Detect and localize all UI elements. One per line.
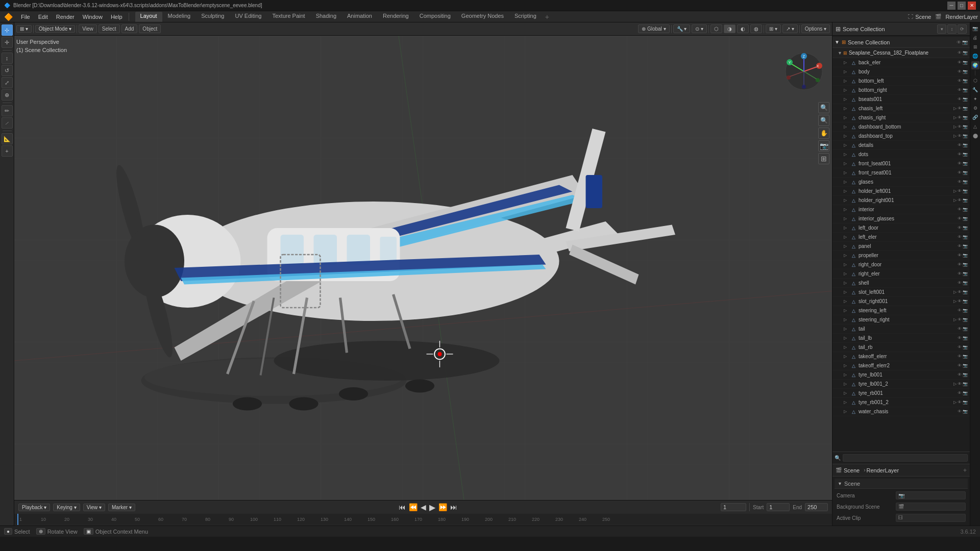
play-button[interactable]: ▶: [429, 503, 435, 512]
add-object-button[interactable]: +: [2, 145, 13, 157]
item-visibility-icon[interactable]: 👁: [958, 180, 962, 184]
close-button[interactable]: ✕: [968, 2, 976, 10]
rendered-button[interactable]: ◍: [750, 24, 762, 33]
item-visibility-icon[interactable]: 👁: [958, 400, 962, 405]
item-visibility-icon[interactable]: 👁: [958, 253, 962, 258]
outliner-item[interactable]: ▷△interior_glasses👁📷: [832, 214, 970, 223]
render-layer-tab[interactable]: RenderLayer: [867, 467, 899, 473]
snap-button[interactable]: 🔧 ▾: [673, 24, 691, 33]
transform-orientations-button[interactable]: ⊕ Global ▾: [638, 24, 669, 33]
outliner-item[interactable]: ▷△takeoff_elerr2👁📷: [832, 361, 970, 370]
tab-scripting[interactable]: Scripting: [509, 12, 542, 22]
outliner-item[interactable]: ▷△chasis_right▷👁📷: [832, 113, 970, 122]
camera-value-button[interactable]: 📷: [896, 491, 966, 499]
outliner-item[interactable]: ▷△chasis_left▷👁📷: [832, 104, 970, 113]
outliner-item[interactable]: ▷△steering_right▷👁📷: [832, 315, 970, 324]
item-visibility-icon[interactable]: 👁: [958, 281, 962, 285]
3d-viewport[interactable]: User Perspective (1) Scene Collection X …: [14, 36, 832, 500]
item-visibility-icon[interactable]: 👁: [958, 170, 962, 175]
item-visibility-icon[interactable]: 👁: [958, 327, 962, 331]
options-button[interactable]: Options ▾: [801, 24, 830, 33]
outliner-item[interactable]: ▷△holder_right001▷👁📷: [832, 196, 970, 205]
item-render-icon[interactable]: 📷: [963, 60, 968, 65]
item-render-icon[interactable]: 📷: [963, 409, 968, 414]
select-menu-button[interactable]: Select: [99, 24, 120, 33]
item-visibility-icon[interactable]: 👁: [958, 207, 962, 212]
outliner-item[interactable]: ▷△water_chasis👁📷: [832, 407, 970, 416]
camera-view-button[interactable]: 📷: [818, 140, 829, 152]
item-render-icon[interactable]: 📷: [963, 345, 968, 349]
physics-props-icon[interactable]: ⚙: [971, 104, 979, 112]
annotate-tool-button[interactable]: ✏: [2, 105, 13, 116]
item-visibility-icon[interactable]: 👁: [958, 382, 962, 386]
item-render-icon[interactable]: 📷: [963, 161, 968, 166]
item-render-icon[interactable]: 📷: [963, 363, 968, 368]
grid-view-button[interactable]: ⊞: [818, 153, 829, 164]
tab-shading[interactable]: Shading: [311, 12, 341, 22]
item-render-icon[interactable]: 📷: [963, 281, 968, 285]
item-visibility-icon[interactable]: 👁: [958, 216, 962, 221]
item-visibility-icon[interactable]: 👁: [958, 79, 962, 83]
item-visibility-icon[interactable]: 👁: [958, 161, 962, 166]
item-render-icon[interactable]: 📷: [963, 152, 968, 157]
minimize-button[interactable]: ─: [947, 2, 955, 10]
item-visibility-icon[interactable]: 👁: [958, 345, 962, 349]
outliner-item[interactable]: ▷△right_door👁📷: [832, 260, 970, 269]
outliner-item[interactable]: ▷△left_eler👁📷: [832, 233, 970, 242]
keying-menu-button[interactable]: Keying ▾: [53, 504, 80, 511]
tab-texture-paint[interactable]: Texture Paint: [267, 12, 310, 22]
scene-panel-expand[interactable]: +: [963, 467, 967, 474]
item-render-icon[interactable]: 📷: [963, 271, 968, 276]
data-props-icon[interactable]: △: [971, 122, 979, 131]
outliner-item[interactable]: ▷△glases👁📷: [832, 178, 970, 187]
current-frame-input[interactable]: [721, 503, 746, 511]
modifier-props-icon[interactable]: 🔧: [971, 86, 979, 94]
outliner-item[interactable]: ▷△details👁📷: [832, 141, 970, 150]
proportional-edit-button[interactable]: ⊙ ▾: [692, 24, 707, 33]
outliner-item[interactable]: ▷△steering_left👁📷: [832, 306, 970, 315]
zoom-out-button[interactable]: 🔍: [818, 115, 829, 126]
item-visibility-icon[interactable]: 👁: [958, 152, 962, 157]
outliner-item[interactable]: ▷△shell👁📷: [832, 279, 970, 288]
item-visibility-icon[interactable]: 👁: [958, 299, 962, 304]
tab-animation[interactable]: Animation: [342, 12, 377, 22]
seaplane-collection-item[interactable]: ▼ ⊞ Seaplane_Cessna_182_Floatplane 👁 📷: [832, 48, 970, 58]
outliner-item[interactable]: ▷△propeller👁📷: [832, 251, 970, 260]
item-render-icon[interactable]: 📷: [963, 391, 968, 395]
item-render-icon[interactable]: 📷: [963, 97, 968, 102]
outliner-item[interactable]: ▷△tyre_lb001👁📷: [832, 370, 970, 380]
collection-eye-icon[interactable]: 👁: [957, 40, 961, 45]
item-render-icon[interactable]: 📷: [963, 143, 968, 147]
select-tool-button[interactable]: ⊹: [2, 24, 13, 36]
jump-start-button[interactable]: ⏮: [399, 503, 406, 511]
play-back-button[interactable]: ◀: [421, 503, 426, 511]
item-visibility-icon[interactable]: 👁: [958, 106, 962, 111]
outliner-item[interactable]: ▷△back_eler👁📷: [832, 58, 970, 67]
outliner-item[interactable]: ▷△dashboard_bottom▷👁📷: [832, 122, 970, 132]
item-render-icon[interactable]: 📷: [963, 400, 968, 405]
item-visibility-icon[interactable]: 👁: [958, 391, 962, 395]
tab-uv-editing[interactable]: UV Editing: [230, 12, 266, 22]
outliner-item[interactable]: ▷△tyre_rb001👁📷: [832, 389, 970, 398]
scale-tool-button[interactable]: ⤢: [2, 77, 13, 88]
tab-rendering[interactable]: Rendering: [378, 12, 414, 22]
jump-end-button[interactable]: ⏭: [450, 503, 457, 511]
outliner-item[interactable]: ▷△tail_rb👁📷: [832, 343, 970, 352]
item-visibility-icon[interactable]: 👁: [958, 354, 962, 359]
item-visibility-icon[interactable]: 👁: [958, 235, 962, 239]
scene-name-label[interactable]: Scene: [915, 14, 931, 20]
outliner-list[interactable]: ▼ ⊞ Scene Collection 👁 📷 ▼ ⊞ Seaplane_Ce…: [832, 36, 970, 452]
outliner-item[interactable]: ▷△right_eler👁📷: [832, 269, 970, 279]
measure-tool-button[interactable]: 📐: [2, 133, 13, 144]
outliner-item[interactable]: ▷△dashboard_top▷👁📷: [832, 132, 970, 141]
scene-collection-header[interactable]: ▼ ⊞ Scene Collection 👁 📷: [832, 37, 970, 48]
item-render-icon[interactable]: 📷: [963, 124, 968, 129]
file-menu[interactable]: File: [17, 13, 34, 21]
tab-geometry-nodes[interactable]: Geometry Nodes: [456, 12, 509, 22]
end-frame-input[interactable]: [805, 503, 828, 511]
item-eye-icon[interactable]: 👁: [958, 51, 962, 55]
outliner-item[interactable]: ▷△tyre_rb001_2▷👁📷: [832, 398, 970, 407]
item-render-icon[interactable]: 📷: [963, 382, 968, 386]
cursor-tool-button[interactable]: ✛: [2, 37, 13, 48]
outliner-item[interactable]: ▷△dots👁📷: [832, 150, 970, 159]
